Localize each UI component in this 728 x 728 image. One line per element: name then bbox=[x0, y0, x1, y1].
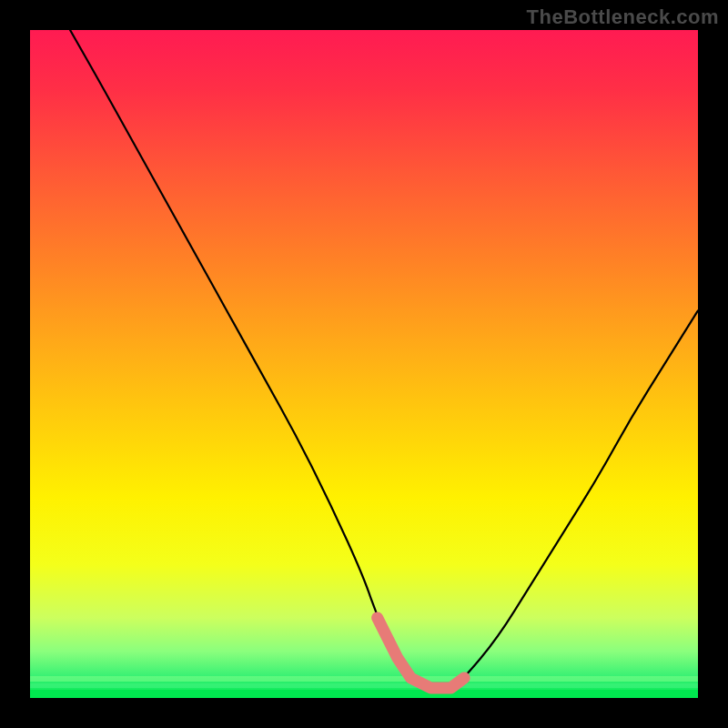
curve-layer bbox=[30, 30, 698, 698]
optimal-zone-highlight bbox=[378, 618, 464, 688]
watermark-text: TheBottleneck.com bbox=[527, 5, 719, 29]
plot-area bbox=[30, 30, 698, 698]
bottleneck-curve bbox=[70, 30, 698, 688]
chart-frame: TheBottleneck.com bbox=[0, 0, 728, 728]
